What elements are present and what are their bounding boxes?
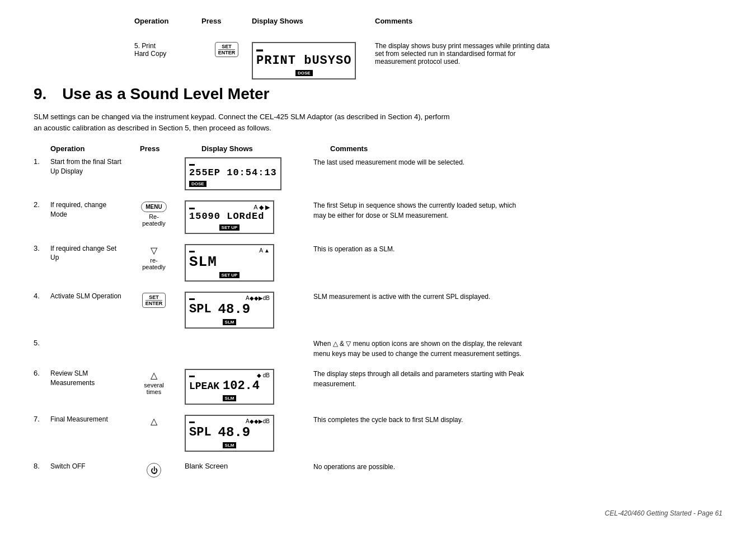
- row3-badge: SET UP: [219, 272, 240, 278]
- row7-num: 7.: [34, 415, 50, 423]
- row7-op: Final Measurement: [50, 415, 123, 424]
- row3-comments: This is operation as a SLM.: [313, 244, 526, 254]
- row6-lcd: ▬ ◆ dB LPEAK 102.4 SLM: [185, 369, 274, 405]
- menu-button[interactable]: MENU: [141, 202, 166, 212]
- row7-top-right: A◆◆▶dB: [246, 418, 270, 424]
- table-row: 1. Start from the final Start Up Display…: [34, 157, 722, 190]
- row6-top-right: ◆ dB: [257, 372, 270, 378]
- table-row: 3. If required change Set Up ▽ re-peated…: [34, 244, 722, 282]
- table-row: 5. When △ & ▽ menu option icons are show…: [34, 339, 722, 359]
- table-row: 2. If required, change Mode MENU Re-peat…: [34, 200, 722, 234]
- row3-num: 3.: [34, 244, 50, 252]
- repeatedly-label1: Re-peatedly: [142, 213, 166, 227]
- top-col-display: Display Shows: [252, 17, 375, 25]
- printer-icon-r6: ▬: [189, 372, 195, 378]
- row4-badge: SLM: [223, 319, 237, 325]
- triangle-down-btn[interactable]: ▽: [151, 245, 157, 256]
- th-press: Press: [140, 144, 201, 153]
- row2-op: If required, change Mode: [50, 200, 123, 219]
- row1-num: 1.: [34, 157, 50, 166]
- print-comments: The display shows busy print messages wh…: [375, 42, 554, 79]
- row1-badge: DOSE: [189, 181, 206, 187]
- print-hard-copy-row: 5. PrintHard Copy SET ENTER ▬ PRINT bUSY…: [34, 42, 722, 79]
- row7-lcd: ▬ A◆◆▶dB SPL 48.9 SLM: [185, 415, 274, 452]
- section-intro: SLM settings can be changed via the inst…: [34, 111, 453, 133]
- row6-right: 102.4: [223, 379, 260, 393]
- row1-lcd-main: 255EP 10:54:13: [189, 168, 277, 179]
- print-press-cell: SET ENTER: [201, 42, 252, 79]
- row7-badge: SLM: [223, 442, 237, 448]
- table-header: Operation Press Display Shows Comments: [34, 144, 722, 153]
- row3-display: ▬ A ▲ SLM SET UP: [185, 244, 313, 282]
- print-display-cell: ▬ PRINT bUSYSO DOSE: [252, 42, 375, 79]
- repeatedly-label2: re-peatedly: [142, 257, 166, 270]
- triangle-up-btn2[interactable]: △: [151, 416, 157, 427]
- row2-lcd: ▬ A ◆ ▶ 15090 LORdEd SET UP: [185, 200, 274, 234]
- th-display: Display Shows: [201, 144, 330, 153]
- triangle-up-btn[interactable]: △: [151, 370, 157, 381]
- row6-left: LPEAK: [189, 381, 219, 392]
- set-enter-button-r4[interactable]: SET ENTER: [142, 293, 166, 308]
- row8-comments: No operations are possible.: [313, 462, 526, 472]
- row4-left: SPL: [189, 302, 212, 316]
- row6-num: 6.: [34, 369, 50, 377]
- printer-icon-r2: ▬: [189, 204, 195, 210]
- row7-comments: This completes the cycle back to first S…: [313, 415, 526, 425]
- row5-num: 5.: [34, 339, 50, 347]
- row7-right: 48.9: [218, 425, 251, 440]
- main-table: Operation Press Display Shows Comments 1…: [34, 144, 722, 477]
- row8-num: 8.: [34, 462, 50, 470]
- table-row: 7. Final Measurement △ ▬ A◆◆▶dB SPL 48.9: [34, 415, 722, 452]
- printer-icon-r1: ▬: [189, 161, 195, 167]
- print-row-num: 5.: [134, 42, 140, 50]
- print-lcd-box: ▬ PRINT bUSYSO DOSE: [252, 42, 356, 79]
- set-enter-button-top[interactable]: SET ENTER: [215, 42, 239, 57]
- power-button[interactable]: ⏻: [147, 463, 161, 477]
- row4-comments: SLM measurement is active with the curre…: [313, 292, 526, 302]
- row3-press: ▽ re-peatedly: [123, 244, 185, 270]
- row7-press: △: [123, 415, 185, 427]
- row6-comments: The display steps through all details an…: [313, 369, 526, 389]
- row1-press: [123, 157, 185, 158]
- print-lcd-badge: DOSE: [295, 70, 313, 76]
- row5-press: [123, 339, 185, 340]
- row4-op: Activate SLM Operation: [50, 292, 123, 301]
- row3-op: If required change Set Up: [50, 244, 123, 263]
- row3-lcd: ▬ A ▲ SLM SET UP: [185, 244, 274, 282]
- print-lcd-main: PRINT bUSYSO: [256, 54, 351, 68]
- row4-num: 4.: [34, 292, 50, 300]
- row6-display: ▬ ◆ dB LPEAK 102.4 SLM: [185, 369, 313, 405]
- top-col-operation: Operation: [134, 17, 201, 25]
- table-row: 6. Review SLM Measurements △ severaltime…: [34, 369, 722, 405]
- row3-top-right: A ▲: [259, 247, 270, 254]
- th-comments: Comments: [330, 144, 554, 153]
- top-col-press: Press: [201, 17, 252, 25]
- row2-badge: SET UP: [219, 224, 240, 231]
- page-content: Operation Press Display Shows Comments 5…: [0, 0, 756, 521]
- section-number: 9.: [34, 85, 46, 102]
- row1-display: ▬ 255EP 10:54:13 DOSE: [185, 157, 313, 190]
- row6-press: △ severaltimes: [123, 369, 185, 395]
- row8-press: ⏻: [123, 462, 185, 477]
- row2-arrows: A ◆ ▶: [253, 204, 270, 211]
- row7-left: SPL: [189, 425, 212, 439]
- row2-press: MENU Re-peatedly: [123, 200, 185, 227]
- th-operation: Operation: [50, 144, 140, 153]
- row1-comments: The last used measurement mode will be s…: [313, 157, 526, 167]
- printer-icon-r3: ▬: [189, 247, 195, 254]
- row8-op: Switch OFF: [50, 462, 123, 471]
- top-col-comments: Comments: [375, 17, 554, 25]
- section-heading: 9. Use as a Sound Level Meter: [34, 85, 722, 103]
- table-row: 8. Switch OFF ⏻ Blank Screen No operatio…: [34, 462, 722, 477]
- several-times-label: severaltimes: [144, 382, 163, 395]
- row4-top-right: A◆◆▶dB: [246, 295, 270, 301]
- row2-display: ▬ A ◆ ▶ 15090 LORdEd SET UP: [185, 200, 313, 234]
- row2-num: 2.: [34, 200, 50, 209]
- power-icon: ⏻: [151, 466, 158, 475]
- row8-display: Blank Screen: [185, 462, 313, 470]
- row3-lcd-main: SLM: [189, 254, 270, 270]
- row1-op: Start from the final Start Up Display: [50, 157, 123, 176]
- table-row: 4. Activate SLM Operation SET ENTER ▬ A◆…: [34, 292, 722, 329]
- row4-lcd: ▬ A◆◆▶dB SPL 48.9 SLM: [185, 292, 274, 329]
- row4-display: ▬ A◆◆▶dB SPL 48.9 SLM: [185, 292, 313, 329]
